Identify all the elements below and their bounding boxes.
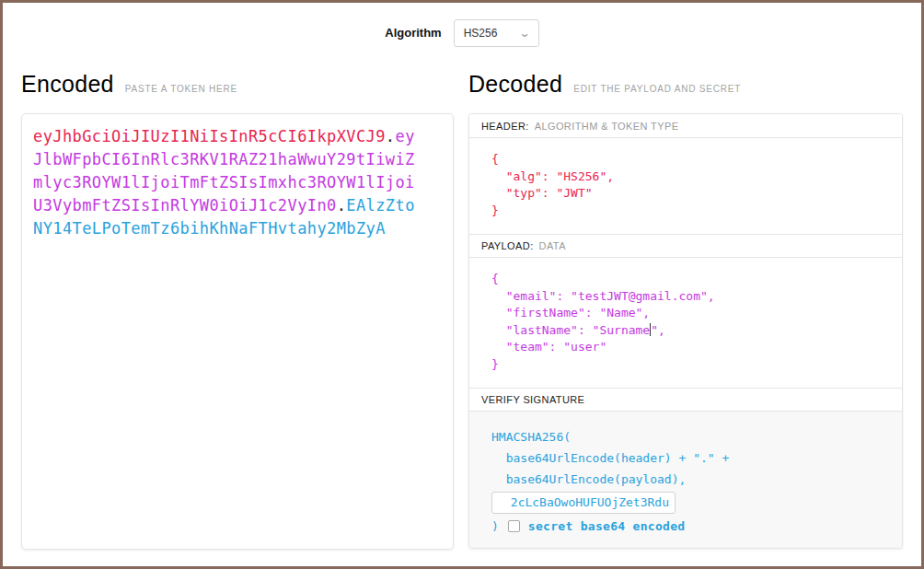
secret-input[interactable]: 2cLcBaOwoHUFUOjZet3Rdu <box>491 492 676 514</box>
verify-section-label: VERIFY SIGNATURE <box>481 394 584 405</box>
header-section-bar: HEADER: ALGORITHM & TOKEN TYPE <box>469 114 902 138</box>
chevron-down-icon: ⌄ <box>518 28 530 39</box>
code-line: { <box>491 271 880 288</box>
token-line: U3VybmFtZSIsInRlYW0iOiJ1c2VyIn0.EAlzZto <box>33 194 442 217</box>
verify-bottom-row: ) secret base64 encoded <box>491 519 880 533</box>
code-line: "firstName": "Name", <box>491 305 880 322</box>
payload-section-bar: PAYLOAD: DATA <box>469 234 902 258</box>
payload-code-editor[interactable]: { "email": "testJWT@gmail.com", "firstNa… <box>469 258 902 388</box>
code-line: "team": "user" <box>491 339 880 356</box>
encoded-subtitle: PASTE A TOKEN HERE <box>125 84 237 94</box>
code-line: { <box>491 151 880 168</box>
code-line: "lastName": "Surname", <box>491 322 880 340</box>
main-columns: Encoded PASTE A TOKEN HERE eyJhbGciOiJIU… <box>3 47 921 550</box>
payload-section-label: PAYLOAD: <box>481 240 534 251</box>
header-code-editor[interactable]: { "alg": "HS256", "typ": "JWT"} <box>469 138 902 234</box>
verify-signature-area: HMACSHA256( base64UrlEncode(header) + ".… <box>469 412 902 548</box>
verify-code-block: HMACSHA256( base64UrlEncode(header) + ".… <box>491 426 880 490</box>
algorithm-label: Algorithm <box>385 26 441 40</box>
token-line: eyJhbGciOiJIUzI1NiIsInR5cCI6IkpXVCJ9.ey <box>33 125 442 148</box>
decoded-panel: HEADER: ALGORITHM & TOKEN TYPE { "alg": … <box>468 113 903 549</box>
encoded-column: Encoded PASTE A TOKEN HERE eyJhbGciOiJIU… <box>21 47 454 550</box>
app-frame: Algorithm HS256 ⌄ Encoded PASTE A TOKEN … <box>0 0 924 569</box>
code-line: "alg": "HS256", <box>491 168 880 186</box>
decoded-title: Decoded <box>468 71 562 98</box>
secret-base64-checkbox-label[interactable]: secret base64 encoded <box>528 519 686 533</box>
code-line: base64UrlEncode(header) + "." + <box>491 447 880 469</box>
text-caret <box>650 323 651 336</box>
decoded-column: Decoded EDIT THE PAYLOAD AND SECRET HEAD… <box>468 47 903 550</box>
decoded-subtitle: EDIT THE PAYLOAD AND SECRET <box>573 84 741 94</box>
code-line: } <box>491 203 880 220</box>
token-line: mlyc3ROYW1lIjoiTmFtZSIsImxhc3ROYW1lIjoi <box>33 171 442 194</box>
code-line: base64UrlEncode(payload), <box>491 469 880 490</box>
token-line: JlbWFpbCI6InRlc3RKV1RAZ21haWwuY29tIiwiZ <box>33 148 442 171</box>
closing-paren: ) <box>491 519 499 533</box>
encoded-token-editor[interactable]: eyJhbGciOiJIUzI1NiIsInR5cCI6IkpXVCJ9.eyJ… <box>21 113 454 550</box>
token-line: NY14TeLPoTemTz6bihKhNaFTHvtahy2MbZyA <box>33 217 442 240</box>
toolbar: Algorithm HS256 ⌄ <box>3 3 921 47</box>
encoded-title: Encoded <box>21 71 114 98</box>
header-section-label: HEADER: <box>481 121 529 132</box>
algorithm-selected-value: HS256 <box>464 27 498 40</box>
secret-base64-checkbox[interactable] <box>508 520 520 532</box>
decoded-heading: Decoded EDIT THE PAYLOAD AND SECRET <box>468 71 903 99</box>
payload-section-sublabel: DATA <box>539 240 566 251</box>
code-line: HMACSHA256( <box>491 426 880 447</box>
algorithm-select[interactable]: HS256 ⌄ <box>454 19 539 47</box>
code-line: } <box>491 356 880 374</box>
code-line: "email": "testJWT@gmail.com", <box>491 288 880 306</box>
encoded-heading: Encoded PASTE A TOKEN HERE <box>21 71 454 99</box>
code-line: "typ": "JWT" <box>491 185 880 203</box>
verify-section-bar: VERIFY SIGNATURE <box>469 388 902 412</box>
header-section-sublabel: ALGORITHM & TOKEN TYPE <box>535 121 679 132</box>
